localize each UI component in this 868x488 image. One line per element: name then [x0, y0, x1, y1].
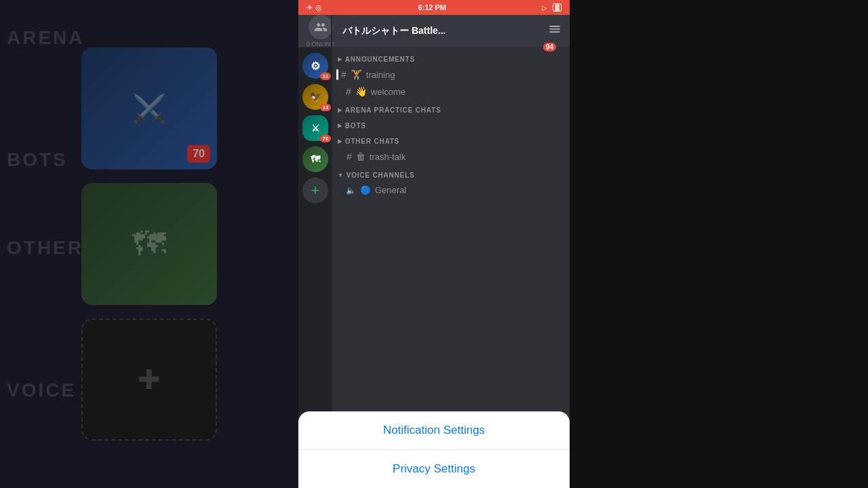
voice-channel-general[interactable]: 🔈 🔵 General: [335, 182, 567, 198]
section-arrow-bots: ▶: [338, 123, 342, 129]
section-arrow-voice: ▼: [338, 172, 344, 178]
emoji-training: 🏋: [351, 69, 362, 80]
channel-title: バトルシャトー Battle...: [342, 25, 540, 37]
section-announcements[interactable]: ▶ ANNOUNCEMENTS: [332, 53, 570, 66]
wifi-icon: ◎: [315, 3, 322, 12]
hash-icon-training: #: [341, 69, 347, 80]
section-arrow-arena: ▶: [338, 107, 342, 113]
section-arrow-other: ▶: [338, 138, 342, 144]
notification-settings-button[interactable]: Notification Settings: [298, 411, 570, 450]
bg-text-arena: ARENA: [7, 27, 85, 49]
section-label-announcements: ANNOUNCEMENTS: [345, 56, 415, 63]
background-left: ⚔️ 70 🗺 ✚ ARENA BOTS OTHER VOICE: [0, 0, 298, 488]
hash-icon-trash: #: [347, 151, 352, 162]
bg-text-other: OTHER: [7, 237, 83, 259]
server-badge-2: 13: [320, 104, 331, 111]
section-label-other: OTHER CHATS: [345, 138, 399, 145]
section-arrow-announcements: ▶: [338, 56, 342, 62]
channel-welcome[interactable]: # 👋 welcome: [335, 83, 567, 100]
menu-wrap: 94: [548, 22, 561, 39]
channel-name-trash: trash-talk: [370, 152, 406, 162]
server-item-1[interactable]: ⚙ 11: [302, 53, 328, 79]
users-icon: [314, 20, 328, 34]
server-icon-wrap: 0 ONLINE: [307, 15, 334, 47]
section-label-arena: ARENA PRACTICE CHATS: [345, 106, 441, 114]
emoji-trash: 🗑: [356, 151, 366, 162]
hash-icon-welcome: #: [346, 86, 351, 97]
notification-badge: 94: [543, 43, 556, 52]
bg-card-3: ✚: [81, 319, 217, 441]
privacy-settings-button[interactable]: Privacy Settings: [298, 450, 570, 488]
section-voice[interactable]: ▼ VOICE CHANNELS: [332, 169, 570, 182]
bg-card-1: ⚔️ 70: [81, 47, 217, 169]
channel-name-training: training: [366, 70, 395, 80]
bg-card-2: 🗺: [81, 183, 217, 305]
unread-bar-training: [336, 69, 338, 80]
channel-trash-talk[interactable]: # 🗑 trash-talk: [335, 148, 567, 165]
section-arena-practice[interactable]: ▶ ARENA PRACTICE CHATS: [332, 104, 570, 117]
section-bots[interactable]: ▶ BOTS: [332, 119, 570, 132]
more-button[interactable]: [548, 22, 561, 39]
discord-header: 0 ONLINE バトルシャトー Battle... 94: [298, 15, 570, 47]
battery-icon: ▓: [553, 3, 561, 12]
section-label-bots: BOTS: [345, 122, 366, 129]
right-area: [570, 0, 868, 488]
status-right: ▷ ▓: [542, 3, 561, 12]
bg-text-bots: BOTS: [7, 149, 68, 171]
status-bar: ✈ ◎ 6:12 PM ▷ ▓: [298, 0, 570, 15]
server-item-4[interactable]: 🗺: [302, 146, 328, 172]
section-other-chats[interactable]: ▶ OTHER CHATS: [332, 135, 570, 148]
bottom-sheet: Notification Settings Privacy Settings: [298, 411, 570, 488]
signal-icon: ▷: [542, 4, 547, 12]
server-badge-1: 11: [320, 73, 331, 80]
status-left-icons: ✈ ◎: [307, 3, 322, 12]
bg-text-voice: VOICE: [7, 380, 76, 401]
bg-badge-1: 70: [187, 145, 210, 163]
online-count: 0 ONLINE: [307, 41, 334, 47]
status-time: 6:12 PM: [418, 3, 446, 12]
server-badge-3: 70: [320, 135, 331, 142]
server-item-3[interactable]: ⚔ 70: [302, 115, 328, 141]
add-server-button[interactable]: +: [302, 178, 328, 203]
airplane-icon: ✈: [307, 3, 313, 12]
server-item-2[interactable]: 🦅 13: [302, 84, 328, 110]
speaker-icon: 🔈: [346, 186, 356, 195]
server-icon[interactable]: [309, 15, 333, 39]
emoji-welcome: 👋: [355, 86, 367, 97]
server-avatar-4: 🗺: [302, 146, 328, 172]
divider-line: [331, 15, 332, 420]
channel-training[interactable]: # 🏋 training: [335, 66, 567, 83]
channel-name-welcome: welcome: [371, 87, 406, 97]
voice-name-general: General: [375, 185, 406, 195]
voice-emoji-general: 🔵: [360, 185, 371, 195]
section-label-voice: VOICE CHANNELS: [347, 171, 415, 179]
